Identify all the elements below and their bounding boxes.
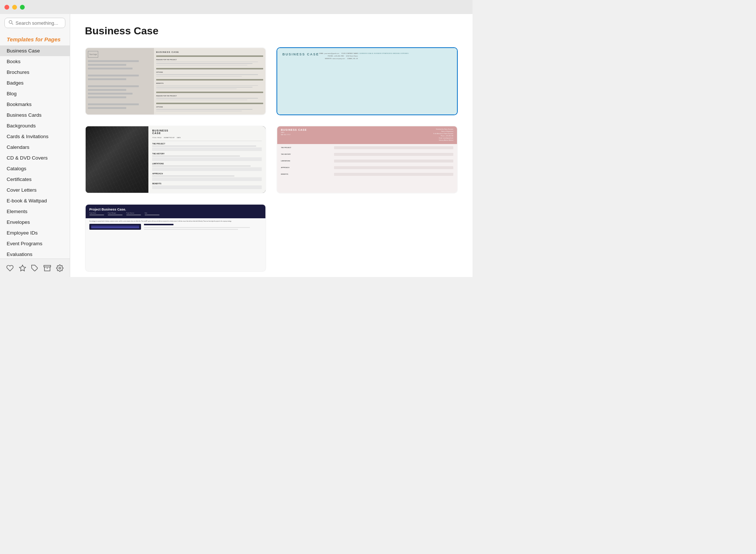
tmpl1-field6 xyxy=(88,85,139,87)
tmpl5-bottom-section xyxy=(89,224,262,230)
sidebar-item-business-case[interactable]: Business Case xyxy=(0,45,70,56)
sidebar-item-badges[interactable]: Badges xyxy=(0,78,70,88)
tmpl4-val1 xyxy=(334,146,453,149)
tmpl5-body: Our strategy is to project lead in Indus… xyxy=(86,218,265,271)
sidebar-item-calendars[interactable]: Calendars xyxy=(0,142,70,153)
tmpl1-field8 xyxy=(88,93,133,95)
sidebar-item-event-programs[interactable]: Event Programs xyxy=(0,238,70,249)
sidebar-item-brochures[interactable]: Brochures xyxy=(0,67,70,78)
sidebar-item-books[interactable]: Books xyxy=(0,56,70,67)
sidebar-item-business-cards[interactable]: Business Cards xyxy=(0,110,70,120)
tmpl1-field7 xyxy=(88,89,126,91)
sidebar-item-evaluations[interactable]: Evaluations xyxy=(0,249,70,259)
tmpl5-textline1 xyxy=(144,227,250,228)
search-container xyxy=(0,14,70,32)
tmpl3-text1 xyxy=(152,146,256,147)
minimize-button[interactable] xyxy=(12,5,17,10)
tmpl1-bar2 xyxy=(156,68,263,69)
page-title: Business Case xyxy=(85,25,458,37)
template-card-1[interactable]: Your logo xyxy=(85,47,266,115)
star-icon[interactable] xyxy=(17,263,28,273)
svg-point-6 xyxy=(59,267,61,269)
tmpl4-spacer2 xyxy=(281,158,453,158)
tmpl5-img-box xyxy=(89,224,141,230)
template-card-3[interactable]: BUSINESSCASE TITLE / ROLE SUBMITTED BY D… xyxy=(85,126,266,194)
tmpl1-line12 xyxy=(156,111,242,111)
search-input[interactable] xyxy=(16,20,61,26)
tmpl4-spacer4 xyxy=(281,171,453,172)
tmpl5-label-sponsor: Project Sponsor: xyxy=(126,212,141,214)
template-card-4[interactable]: BUSINESS CASE DATE: MM / DD / YYYY Submi… xyxy=(276,126,458,194)
sidebar: Templates for Pages Business Case Books … xyxy=(0,14,70,277)
tmpl2-header: BUSINESS CASE EMAIL: yourname@gmail.com … xyxy=(282,52,358,107)
tmpl1-line5 xyxy=(156,76,242,76)
tmpl3-text3 xyxy=(152,165,251,167)
tmpl4-header-info: Submitted by: Name Surname Name of Depar… xyxy=(433,129,453,142)
sidebar-item-catalogs[interactable]: Catalogs xyxy=(0,163,70,174)
sidebar-item-ebook-wattpad[interactable]: E-book & Wattpad xyxy=(0,195,70,206)
tmpl3-left xyxy=(86,126,148,193)
tmpl5-label-name: Project Name: xyxy=(89,212,104,214)
tmpl5-textline2 xyxy=(144,229,238,230)
tmpl1-line8 xyxy=(156,89,236,89)
template-preview-3: BUSINESSCASE TITLE / ROLE SUBMITTED BY D… xyxy=(86,126,265,193)
tmpl1-label1: Reason for the Project xyxy=(156,59,263,61)
tmpl1-field11 xyxy=(88,107,126,109)
tmpl1-line6 xyxy=(156,85,258,86)
sidebar-item-backgrounds[interactable]: Backgrounds xyxy=(0,120,70,131)
tmpl3-right: BUSINESSCASE TITLE / ROLE SUBMITTED BY D… xyxy=(148,126,265,193)
archive-icon[interactable] xyxy=(42,263,52,273)
traffic-lights xyxy=(4,5,25,10)
tmpl5-line-date xyxy=(145,215,159,215)
tmpl1-label5: Options xyxy=(156,106,263,108)
tmpl4-label2: THE HISTORY xyxy=(281,153,333,155)
tmpl3-section4: APPROACH xyxy=(152,172,262,175)
sidebar-item-blog[interactable]: Blog xyxy=(0,88,70,99)
tmpl3-subtitle3: DATE xyxy=(177,137,181,138)
tag-icon[interactable] xyxy=(30,263,40,273)
tmpl4-label3: LIMITATIONS xyxy=(281,160,333,162)
tmpl5-fields-row: Project Name: Project Manager: Project S… xyxy=(89,212,262,215)
tmpl1-bar1 xyxy=(156,55,263,57)
sidebar-item-bookmarks[interactable]: Bookmarks xyxy=(0,99,70,110)
search-input-wrap xyxy=(4,18,65,28)
tmpl5-label-manager: Project Manager: xyxy=(108,212,123,214)
tmpl2-expenses-label: 4. EXPENSES xyxy=(399,52,409,109)
tmpl1-field1 xyxy=(88,60,139,62)
tmpl4-label4: APPROACH xyxy=(281,167,333,168)
templates-grid: Your logo xyxy=(85,47,458,272)
main-layout: Templates for Pages Business Case Books … xyxy=(0,14,472,277)
maximize-button[interactable] xyxy=(20,5,25,10)
tmpl5-big-title: Project Business Case. xyxy=(89,208,262,211)
sidebar-item-certificates[interactable]: Certificates xyxy=(0,174,70,185)
tmpl4-val5 xyxy=(334,173,453,176)
tmpl4-row5: BENEFITS xyxy=(281,173,453,176)
sidebar-item-envelopes[interactable]: Envelopes xyxy=(0,217,70,228)
tmpl5-line-sponsor xyxy=(126,215,141,215)
tmpl5-field-name: Project Name: xyxy=(89,212,104,215)
tmpl3-title: BUSINESSCASE xyxy=(152,129,262,134)
template-card-5[interactable]: Project Business Case. Project Name: Pro… xyxy=(85,204,266,272)
template-card-2[interactable]: BUSINESS CASE EMAIL: yourname@gmail.com … xyxy=(276,47,458,115)
tmpl1-field3 xyxy=(88,68,133,69)
sidebar-item-cards-invitations[interactable]: Cards & Invitations xyxy=(0,131,70,142)
tmpl3-divider xyxy=(152,141,262,141)
tmpl3-text2 xyxy=(152,155,240,157)
sidebar-item-cover-letters[interactable]: Cover Letters xyxy=(0,185,70,195)
tmpl3-box1 xyxy=(152,147,262,151)
template-preview-1: Your logo xyxy=(86,48,265,114)
sidebar-toolbar xyxy=(0,259,70,277)
heart-icon[interactable] xyxy=(5,263,15,273)
close-button[interactable] xyxy=(4,5,9,10)
sidebar-item-cd-dvd-covers[interactable]: CD & DVD Covers xyxy=(0,153,70,163)
sidebar-item-elements[interactable]: Elements xyxy=(0,206,70,217)
tmpl5-label-date: Date: xyxy=(145,212,159,214)
sidebar-item-employee-ids[interactable]: Employee IDs xyxy=(0,228,70,238)
tmpl3-section5: BENEFITS xyxy=(152,182,262,185)
tmpl3-subtitle1: TITLE / ROLE xyxy=(152,137,161,138)
template-preview-2: BUSINESS CASE EMAIL: yourname@gmail.com … xyxy=(277,48,457,114)
tmpl1-right: BUSINESS CASE Reason for the Project Opt… xyxy=(154,48,265,114)
search-icon xyxy=(8,20,13,26)
tmpl1-field4 xyxy=(88,75,139,76)
settings-icon[interactable] xyxy=(55,263,65,273)
